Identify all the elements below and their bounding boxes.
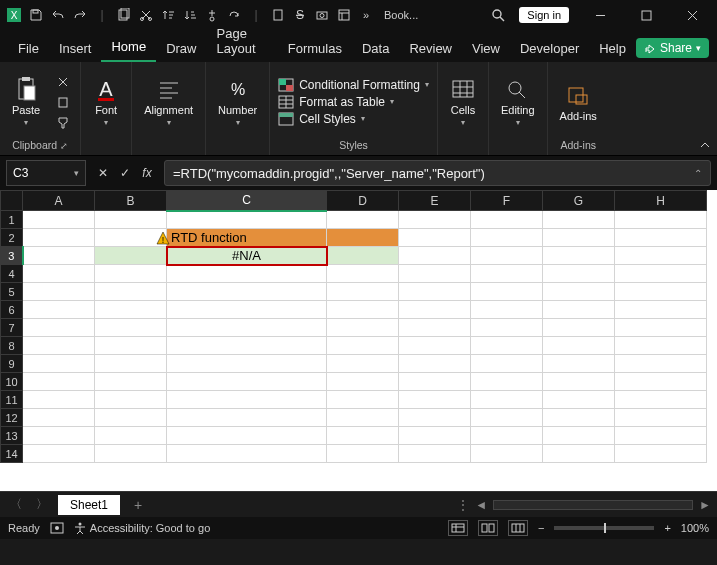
name-box[interactable]: C3 ▾	[6, 160, 86, 186]
sheet-tab-sheet1[interactable]: Sheet1	[58, 495, 120, 515]
tab-data[interactable]: Data	[352, 35, 399, 62]
cell-styles-button[interactable]: Cell Styles ▾	[278, 112, 429, 126]
maximize-button[interactable]	[625, 0, 667, 30]
error-triangle-icon[interactable]: !	[156, 231, 170, 245]
cell-c3[interactable]: #N/A	[167, 247, 327, 265]
collapse-ribbon-icon[interactable]	[699, 139, 711, 151]
row-header[interactable]: 6	[1, 301, 23, 319]
copy-icon[interactable]	[116, 7, 132, 23]
row-header[interactable]: 13	[1, 427, 23, 445]
macro-rec-icon[interactable]	[50, 522, 64, 534]
share-button[interactable]: Share ▾	[636, 38, 709, 58]
enter-formula-icon[interactable]: ✓	[116, 166, 134, 180]
zoom-level[interactable]: 100%	[681, 522, 709, 534]
worksheet-grid[interactable]: A B C D E F G H 1 2 RTD function 3 #N/A …	[0, 190, 717, 491]
sign-in-button[interactable]: Sign in	[519, 7, 569, 23]
zoom-slider[interactable]	[554, 526, 654, 530]
close-button[interactable]	[671, 0, 713, 30]
row-header[interactable]: 14	[1, 445, 23, 463]
cells-label: Cells	[451, 104, 475, 116]
accessibility-status[interactable]: Accessibility: Good to go	[74, 522, 210, 534]
copy-icon[interactable]	[54, 93, 72, 111]
alignment-button[interactable]: Alignment ▾	[140, 74, 197, 129]
cancel-formula-icon[interactable]: ✕	[94, 166, 112, 180]
col-header[interactable]: G	[543, 191, 615, 211]
next-sheet-icon[interactable]: 〉	[32, 496, 52, 513]
row-header[interactable]: 1	[1, 211, 23, 229]
row-header[interactable]: 9	[1, 355, 23, 373]
select-all-corner[interactable]	[1, 191, 23, 211]
save-icon[interactable]	[28, 7, 44, 23]
tab-page-layout[interactable]: Page Layout	[207, 20, 278, 62]
row-header[interactable]: 12	[1, 409, 23, 427]
tab-developer[interactable]: Developer	[510, 35, 589, 62]
row-header[interactable]: 8	[1, 337, 23, 355]
page-layout-view-icon[interactable]	[478, 520, 498, 536]
editing-button[interactable]: Editing ▾	[497, 74, 539, 129]
scroll-options-icon[interactable]: ⋮	[457, 498, 469, 512]
sort-desc-icon[interactable]	[182, 7, 198, 23]
minimize-button[interactable]	[579, 0, 621, 30]
tab-view[interactable]: View	[462, 35, 510, 62]
ribbon-tabs: File Insert Home Draw Page Layout Formul…	[0, 30, 717, 62]
table-icon	[278, 95, 294, 109]
font-button[interactable]: A Font ▾	[89, 74, 123, 129]
col-header[interactable]: F	[471, 191, 543, 211]
formula-bar[interactable]: =RTD("mycomaddin.progid",,"Server_name",…	[164, 160, 711, 186]
col-header[interactable]: C	[167, 191, 327, 211]
conditional-formatting-button[interactable]: Conditional Formatting ▾	[278, 78, 429, 92]
tab-formulas[interactable]: Formulas	[278, 35, 352, 62]
tab-review[interactable]: Review	[399, 35, 462, 62]
add-sheet-button[interactable]: +	[126, 497, 150, 513]
col-header[interactable]: D	[327, 191, 399, 211]
addins-button[interactable]: Add-ins	[556, 80, 601, 124]
row-header[interactable]: 3	[1, 247, 23, 265]
redo-icon[interactable]	[72, 7, 88, 23]
zoom-in-icon[interactable]: +	[664, 522, 670, 534]
cell-d2[interactable]	[327, 229, 399, 247]
cell-c2[interactable]: RTD function	[167, 229, 327, 247]
cell-d3[interactable]	[327, 247, 399, 265]
col-header[interactable]: E	[399, 191, 471, 211]
chevron-down-icon[interactable]: ▾	[74, 168, 79, 178]
row-header[interactable]: 5	[1, 283, 23, 301]
normal-view-icon[interactable]	[448, 520, 468, 536]
cell-b3[interactable]	[95, 247, 167, 265]
scroll-right-icon[interactable]: ►	[699, 498, 711, 512]
col-header[interactable]: B	[95, 191, 167, 211]
prev-sheet-icon[interactable]: 〈	[6, 496, 26, 513]
tab-draw[interactable]: Draw	[156, 35, 206, 62]
cells-button[interactable]: Cells ▾	[446, 74, 480, 129]
row-header[interactable]: 11	[1, 391, 23, 409]
sort-asc-icon[interactable]	[160, 7, 176, 23]
strike-icon[interactable]: S	[292, 7, 308, 23]
camera-icon[interactable]	[314, 7, 330, 23]
zoom-out-icon[interactable]: −	[538, 522, 544, 534]
more-icon[interactable]: »	[358, 7, 374, 23]
paste-button[interactable]: Paste ▾	[8, 74, 44, 129]
undo-icon[interactable]	[50, 7, 66, 23]
tab-help[interactable]: Help	[589, 35, 636, 62]
cut-icon[interactable]	[138, 7, 154, 23]
expand-formula-bar-icon[interactable]: ⌃	[694, 168, 702, 179]
format-painter-icon[interactable]	[54, 113, 72, 131]
scroll-left-icon[interactable]: ◄	[475, 498, 487, 512]
col-header[interactable]: A	[23, 191, 95, 211]
row-header[interactable]: 4	[1, 265, 23, 283]
row-header[interactable]: 2	[1, 229, 23, 247]
tab-insert[interactable]: Insert	[49, 35, 102, 62]
form-icon[interactable]	[336, 7, 352, 23]
search-icon[interactable]	[487, 4, 509, 26]
cut-icon[interactable]	[54, 73, 72, 91]
page-break-view-icon[interactable]	[508, 520, 528, 536]
col-header[interactable]: H	[615, 191, 707, 211]
tab-home[interactable]: Home	[101, 33, 156, 62]
fx-icon[interactable]: fx	[138, 166, 156, 180]
format-as-table-button[interactable]: Format as Table ▾	[278, 95, 429, 109]
dialog-launcher-icon[interactable]: ⤢	[60, 141, 68, 151]
row-header[interactable]: 10	[1, 373, 23, 391]
tab-file[interactable]: File	[8, 35, 49, 62]
horizontal-scrollbar[interactable]	[493, 500, 693, 510]
number-button[interactable]: % Number ▾	[214, 74, 261, 129]
row-header[interactable]: 7	[1, 319, 23, 337]
